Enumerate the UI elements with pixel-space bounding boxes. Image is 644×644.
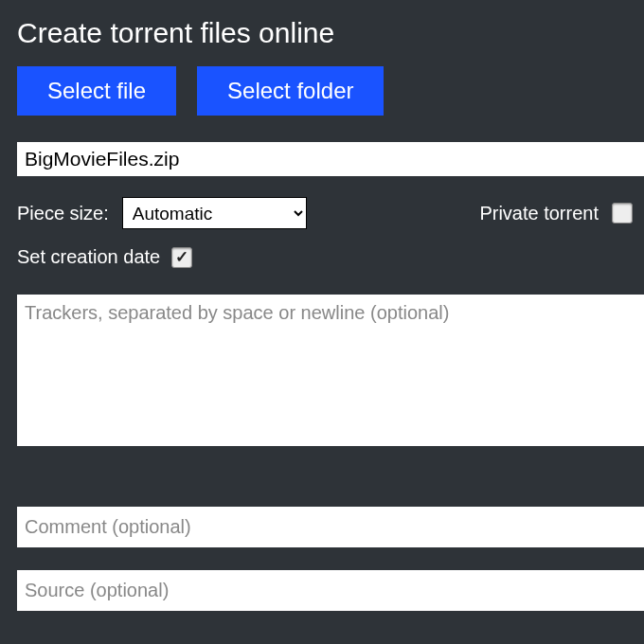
creation-date-label: Set creation date xyxy=(17,246,160,268)
private-torrent-label: Private torrent xyxy=(479,203,599,224)
select-folder-button[interactable]: Select folder xyxy=(197,66,384,116)
file-selection-row: Select file Select folder xyxy=(17,66,644,116)
piece-size-label: Piece size: xyxy=(17,203,109,224)
page-title: Create torrent files online xyxy=(17,17,644,49)
comment-input[interactable] xyxy=(17,507,644,547)
select-file-button[interactable]: Select file xyxy=(17,66,176,116)
creation-date-checkbox[interactable] xyxy=(171,247,192,268)
private-torrent-checkbox[interactable] xyxy=(612,203,633,224)
filename-input[interactable] xyxy=(17,142,644,176)
piece-size-select[interactable]: Automatic xyxy=(122,197,307,229)
creation-date-row: Set creation date xyxy=(17,246,644,268)
source-input[interactable] xyxy=(17,570,644,611)
options-row: Piece size: Automatic Private torrent xyxy=(17,197,644,229)
trackers-textarea[interactable] xyxy=(17,295,644,446)
